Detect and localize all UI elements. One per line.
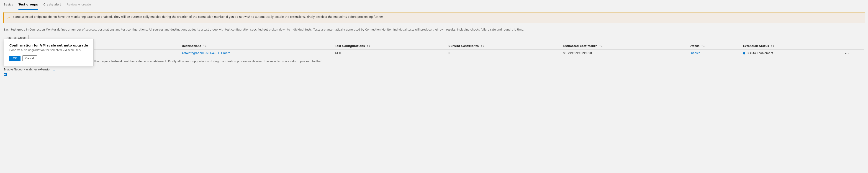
modal-title: Confirmation for VM scale set auto upgra… [9,44,88,47]
modal-actions: OK Cancel [9,55,88,61]
modal-overlay: Confirmation for VM scale set auto upgra… [0,0,868,173]
modal-description: Confirm auto upgradation for selected VM… [9,49,88,52]
modal-cancel-button[interactable]: Cancel [22,55,37,61]
modal-ok-button[interactable]: OK [9,56,21,61]
confirmation-modal: Confirmation for VM scale set auto upgra… [4,39,94,66]
